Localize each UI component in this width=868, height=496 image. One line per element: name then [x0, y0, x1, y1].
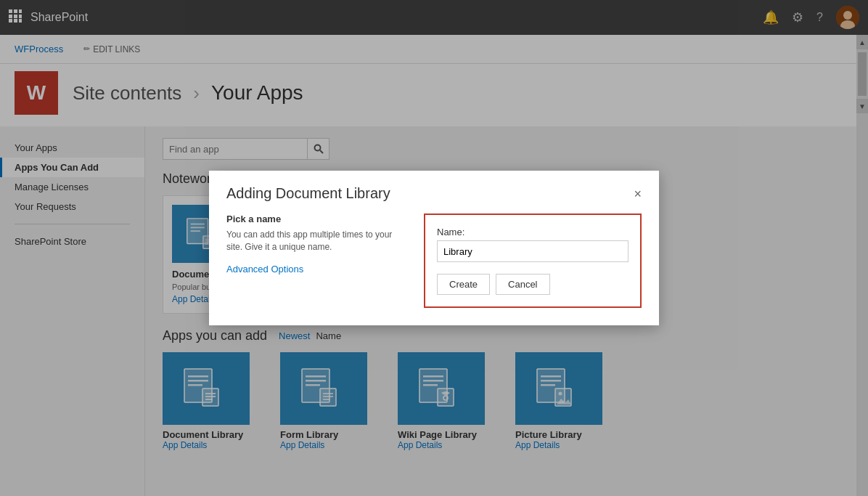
modal-close-button[interactable]: ×	[634, 187, 642, 200]
name-field-input[interactable]	[437, 240, 629, 262]
advanced-options-link[interactable]: Advanced Options	[226, 264, 303, 275]
modal-left-panel: Pick a name You can add this app multipl…	[226, 214, 406, 308]
modal-title: Adding Document Library	[226, 185, 390, 202]
modal-header: Adding Document Library ×	[209, 171, 659, 214]
modal-body: Pick a name You can add this app multipl…	[209, 214, 659, 325]
pick-name-title: Pick a name	[226, 214, 406, 224]
name-field-label: Name:	[437, 227, 629, 237]
create-button[interactable]: Create	[437, 274, 490, 295]
modal-right-panel: Name: Create Cancel	[424, 214, 642, 308]
modal-buttons: Create Cancel	[437, 274, 629, 295]
adding-document-library-modal: Adding Document Library × Pick a name Yo…	[209, 171, 659, 325]
pick-name-desc: You can add this app multiple times to y…	[226, 229, 406, 253]
modal-overlay: Adding Document Library × Pick a name Yo…	[0, 0, 868, 496]
cancel-button[interactable]: Cancel	[496, 274, 549, 295]
